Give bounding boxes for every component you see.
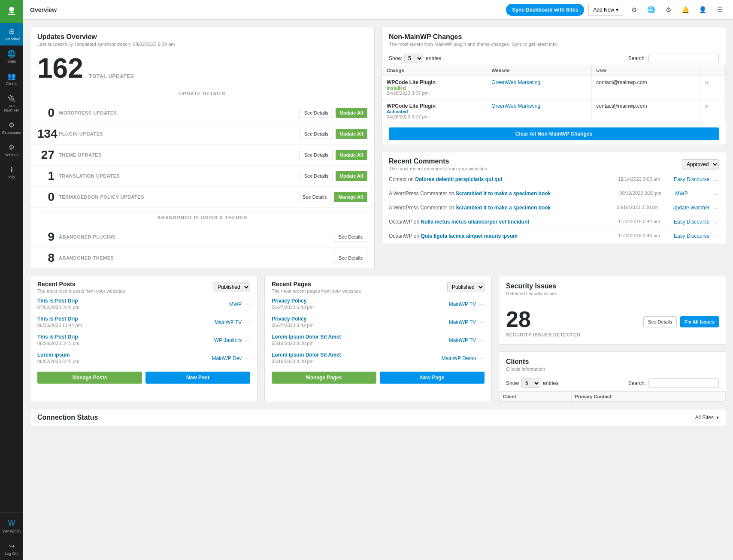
abandoned-plugins-see-details-button[interactable]: See Details [334, 232, 367, 242]
comment-menu-button[interactable]: ··· [714, 176, 719, 183]
page-site-link[interactable]: MainWP Demo [442, 355, 476, 361]
sidebar-item-sites[interactable]: 🌐 Sites [0, 45, 23, 68]
change-delete-button[interactable]: ✕ [704, 79, 709, 86]
post-menu-button[interactable]: ··· [245, 301, 250, 308]
mainwp-logo-icon [6, 6, 18, 18]
translation-see-details-button[interactable]: See Details [300, 171, 333, 181]
post-menu-button[interactable]: ··· [245, 355, 250, 362]
comment-link[interactable]: Scrambled it to make a specimen book [456, 191, 551, 197]
comment-link[interactable]: Scrambled it to make a specimen book [456, 205, 551, 211]
theme-see-details-button[interactable]: See Details [300, 150, 333, 160]
comment-menu-button[interactable]: ··· [714, 191, 719, 197]
page-title-link[interactable]: Lorem Ipsum Dolor Sit Amet [272, 334, 445, 340]
page-menu-button[interactable]: ··· [479, 319, 485, 326]
comment-site-link[interactable]: Easy Discourse [674, 219, 709, 225]
sync-dashboard-button[interactable]: Sync Dashboard with Sites [506, 4, 584, 16]
post-site-link[interactable]: MainWP Dev [212, 355, 242, 361]
post-site-link[interactable]: MWP [229, 301, 242, 307]
show-entries-select[interactable]: 51025 [404, 54, 423, 63]
comment-menu-button[interactable]: ··· [714, 233, 719, 240]
tools-topbar-icon[interactable]: ⚙ [662, 3, 675, 16]
plugin-see-details-button[interactable]: See Details [300, 129, 333, 139]
comment-site-link[interactable]: Update Watcher [672, 205, 709, 211]
translation-updates-label: TRANSLATION UPDATES [59, 173, 295, 179]
sidebar-item-info[interactable]: ℹ Info [0, 161, 23, 184]
clients-search-input[interactable] [648, 378, 719, 388]
security-actions: See Details Fix All Issues [643, 316, 719, 327]
wordpress-update-all-button[interactable]: Update All [336, 108, 367, 118]
non-mainwp-header: Non-MainWP Changes The most recent Non-M… [382, 27, 726, 50]
plugin-update-all-button[interactable]: Update All [336, 129, 367, 139]
page-menu-button[interactable]: ··· [479, 301, 485, 308]
chevron-down-icon: ▾ [716, 415, 719, 421]
page-site-link[interactable]: MainWP TV [449, 319, 476, 325]
post-menu-button[interactable]: ··· [245, 337, 250, 344]
post-title-link[interactable]: Lorem ipsum [37, 352, 209, 358]
sidebar-item-settings[interactable]: ⚙ Settings [0, 139, 23, 161]
post-site-link[interactable]: MainWP TV [215, 319, 242, 325]
pages-header: Recent Pages The most recent pages from … [265, 276, 491, 295]
settings-topbar-icon[interactable]: ⚙ [627, 3, 640, 16]
clear-button-row: Clear All Non-MainWP Changes [382, 123, 726, 145]
user-topbar-icon[interactable]: 👤 [696, 3, 709, 16]
globe-topbar-icon[interactable]: 🌐 [645, 3, 657, 16]
termageddon-manage-all-button[interactable]: Manage All [334, 192, 367, 202]
new-page-button[interactable]: New Page [380, 372, 485, 384]
page-site-link[interactable]: MainWP TV [449, 301, 476, 307]
termageddon-see-details-button[interactable]: See Details [298, 192, 331, 202]
change-site-link[interactable]: GreenWeb Marketing [491, 103, 540, 109]
page-menu-button[interactable]: ··· [479, 337, 485, 344]
page-title-link[interactable]: Privacy Policy [272, 316, 445, 322]
sidebar-item-overview[interactable]: ⊞ Overview [0, 23, 23, 45]
new-post-button[interactable]: New Post [145, 372, 250, 384]
post-title-link[interactable]: This is Post Drip [37, 298, 226, 304]
list-item: OceanWP on Nulla metus metus ullamcorper… [382, 215, 726, 230]
sidebar-item-extensions[interactable]: ⚙ Extensions [0, 117, 23, 139]
abandoned-themes-see-details-button[interactable]: See Details [334, 253, 367, 263]
clients-show-select[interactable]: 510 [521, 378, 540, 388]
translation-update-all-button[interactable]: Update All [336, 171, 367, 181]
add-new-button[interactable]: Add New ▾ [588, 4, 623, 16]
sidebar-item-wp-admin[interactable]: W WP Admin [0, 515, 23, 538]
wordpress-see-details-button[interactable]: See Details [300, 108, 333, 118]
comment-menu-button[interactable]: ··· [714, 219, 719, 226]
sidebar-item-api[interactable]: 🔌 APIREST API [0, 90, 23, 117]
pages-filter-select[interactable]: PublishedDraft [447, 282, 485, 292]
post-title-link[interactable]: This is Post Drip [37, 316, 211, 322]
comment-link[interactable]: Quis ligula lacinia aliquet mauris ipsum [421, 233, 517, 239]
comment-link[interactable]: Dolores deleniti perspiciatis qui qui [415, 176, 502, 182]
list-item: Privacy Policy 06/27/2023 6:43 pm MainWP… [265, 295, 491, 313]
security-fix-all-button[interactable]: Fix All Issues [680, 316, 719, 327]
comments-title: Recent Comments [389, 157, 682, 165]
page-site-link[interactable]: MainWP TV [449, 337, 476, 343]
posts-filter-select[interactable]: PublishedDraft [213, 282, 250, 292]
change-delete-button[interactable]: ✕ [704, 103, 709, 110]
manage-posts-button[interactable]: Manage Posts [37, 372, 142, 384]
change-site-link[interactable]: GreenWeb Marketing [491, 79, 540, 85]
comment-site-link[interactable]: Easy Discourse [674, 233, 709, 239]
comment-menu-button[interactable]: ··· [714, 205, 719, 212]
sidebar-item-logout[interactable]: ↪ Log Out [0, 538, 23, 560]
menu-topbar-icon[interactable]: ☰ [713, 3, 726, 16]
comment-site-link[interactable]: MWP [675, 191, 709, 197]
comment-site-link[interactable]: Easy Discourse [674, 176, 709, 182]
post-site-link[interactable]: WP Janitors [214, 337, 242, 343]
sidebar-item-clients[interactable]: 👥 Clients [0, 68, 23, 90]
non-mainwp-search-input[interactable] [648, 54, 719, 63]
manage-pages-button[interactable]: Manage Pages [272, 372, 376, 384]
theme-update-all-button[interactable]: Update All [336, 150, 367, 160]
page-title-link[interactable]: Privacy Policy [272, 298, 445, 304]
post-title-link[interactable]: This is Post Drip [37, 334, 211, 340]
page-menu-button[interactable]: ··· [479, 355, 485, 362]
total-updates-number: 162 [37, 54, 83, 82]
security-see-details-button[interactable]: See Details [643, 316, 677, 327]
clear-all-non-mainwp-button[interactable]: Clear All Non-MainWP Changes [389, 127, 719, 140]
post-menu-button[interactable]: ··· [245, 319, 250, 326]
comment-link[interactable]: Nulla metus metus ullamcorper vel tincid… [421, 219, 529, 225]
comments-filter-select[interactable]: ApprovedPendingSpam [682, 159, 719, 170]
change-column-header: Change [382, 65, 487, 76]
termageddon-updates-label: TERMAGEDDON POLICY UPDATES [59, 194, 294, 200]
content-area: Updates Overview Last successfully compl… [23, 20, 733, 560]
page-title-link[interactable]: Lorem Ipsum Dolor Sit Amet [272, 352, 438, 358]
bell-topbar-icon[interactable]: 🔔 [679, 3, 692, 16]
